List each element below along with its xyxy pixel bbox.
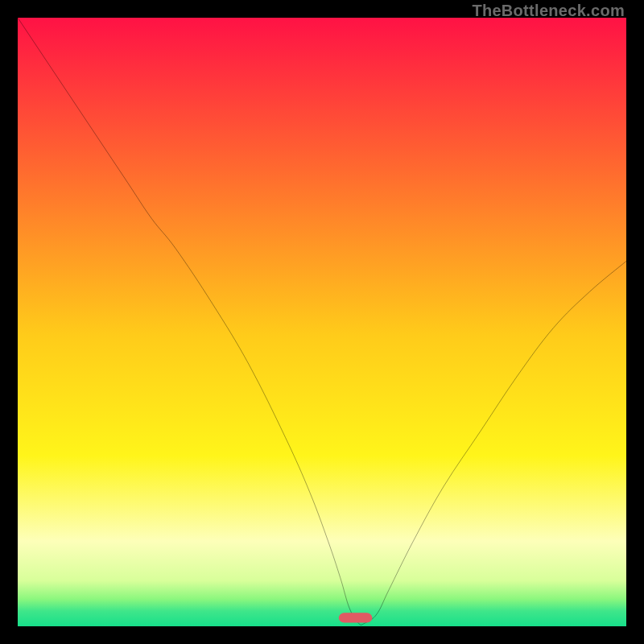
chart-frame: TheBottleneck.com — [0, 0, 644, 644]
watermark-text: TheBottleneck.com — [472, 2, 625, 20]
chart-overlay — [18, 18, 626, 626]
curve-line — [18, 18, 626, 625]
minimum-marker — [339, 613, 373, 622]
plot-area — [18, 18, 626, 626]
